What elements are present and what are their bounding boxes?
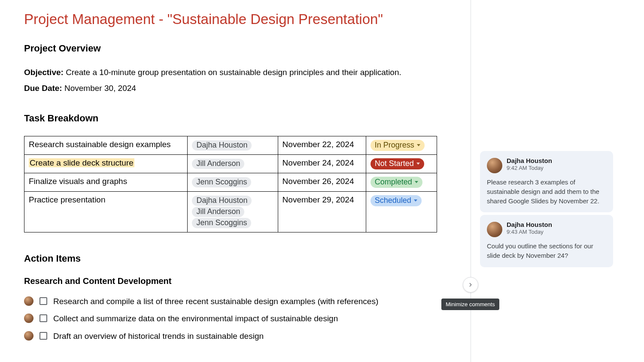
project-overview: Project Overview Objective: Create a 10-… <box>24 43 440 95</box>
action-item-text[interactable]: Collect and summarize data on the enviro… <box>53 313 338 325</box>
status-label: Completed <box>375 178 412 187</box>
action-subheading: Research and Content Development <box>24 276 440 286</box>
comment-header: Dajha Houston9:43 AM Today <box>487 221 606 237</box>
overview-heading: Project Overview <box>24 43 440 54</box>
document-body: Project Management - "Sustainable Design… <box>0 0 464 342</box>
due-label: Due Date: <box>24 84 64 93</box>
comment-time: 9:43 AM Today <box>507 229 552 235</box>
checkbox[interactable] <box>39 297 47 305</box>
status-cell[interactable]: Completed <box>366 173 437 191</box>
table-row: Research sustainable design examplesDajh… <box>24 136 437 154</box>
comment-card[interactable]: Dajha Houston9:42 AM TodayPlease researc… <box>480 151 613 212</box>
date-cell[interactable]: November 29, 2024 <box>278 191 366 232</box>
person-chip[interactable]: Dajha Houston <box>192 196 252 206</box>
table-row: Create a slide deck structureJill Anders… <box>24 154 437 173</box>
table-row: Practice presentationDajha HoustonJill A… <box>24 191 437 232</box>
assignee-cell[interactable]: Jenn Scoggins <box>188 173 278 191</box>
status-cell[interactable]: Not Started <box>366 154 437 173</box>
objective-label: Objective: <box>24 68 66 77</box>
caret-down-icon <box>417 144 420 146</box>
comment-author: Dajha Houston <box>507 221 552 228</box>
list-item: Collect and summarize data on the enviro… <box>24 313 440 325</box>
action-items-list: Research and compile a list of three rec… <box>24 296 440 343</box>
highlighted-text: Create a slide deck structure <box>29 158 134 167</box>
status-chip[interactable]: Scheduled <box>371 195 422 206</box>
caret-down-icon <box>416 163 420 165</box>
task-cell[interactable]: Practice presentation <box>24 191 188 232</box>
due-date-line: Due Date: November 30, 2024 <box>24 82 440 94</box>
person-chip[interactable]: Jenn Scoggins <box>192 177 251 187</box>
date-cell[interactable]: November 26, 2024 <box>278 173 366 191</box>
date-cell[interactable]: November 22, 2024 <box>278 136 366 154</box>
status-chip[interactable]: Not Started <box>371 158 424 169</box>
task-cell[interactable]: Finalize visuals and graphs <box>24 173 188 191</box>
list-item: Research and compile a list of three rec… <box>24 296 440 308</box>
comment-card[interactable]: Dajha Houston9:43 AM TodayCould you outl… <box>480 215 613 267</box>
comments-panel: Dajha Houston9:42 AM TodayPlease researc… <box>480 151 613 270</box>
due-text: November 30, 2024 <box>64 84 136 93</box>
assignee-cell[interactable]: Dajha Houston <box>188 136 278 154</box>
status-chip[interactable]: Completed <box>371 177 422 188</box>
assignee-avatar[interactable] <box>24 296 33 306</box>
status-chip[interactable]: In Progress <box>371 140 425 151</box>
assignee-avatar[interactable] <box>24 331 33 341</box>
comment-time: 9:42 AM Today <box>507 165 552 171</box>
objective-text: Create a 10-minute group presentation on… <box>66 68 401 77</box>
minimize-comments-button[interactable] <box>463 277 478 293</box>
action-heading: Action Items <box>24 253 440 264</box>
person-chip[interactable]: Dajha Houston <box>192 140 252 151</box>
tasks-heading: Task Breakdown <box>24 113 440 124</box>
status-cell[interactable]: Scheduled <box>366 191 437 232</box>
status-label: Not Started <box>375 159 414 168</box>
status-label: Scheduled <box>375 196 411 205</box>
tasks-table: Research sustainable design examplesDajh… <box>24 136 437 232</box>
comment-avatar[interactable] <box>487 222 502 237</box>
tooltip: Minimize comments <box>441 299 499 310</box>
caret-down-icon <box>414 199 417 202</box>
comment-author: Dajha Houston <box>507 157 552 164</box>
status-label: In Progress <box>375 141 414 150</box>
comment-avatar[interactable] <box>487 158 502 173</box>
person-chip[interactable]: Jenn Scoggins <box>192 218 251 228</box>
checkbox[interactable] <box>39 332 47 340</box>
person-chip[interactable]: Jill Anderson <box>192 159 244 169</box>
assignee-cell[interactable]: Jill Anderson <box>188 154 278 173</box>
status-cell[interactable]: In Progress <box>366 136 437 154</box>
person-chip[interactable]: Jill Anderson <box>192 207 244 217</box>
checkbox[interactable] <box>39 314 47 322</box>
list-item: Draft an overview of historical trends i… <box>24 330 440 343</box>
comment-body: Could you outline the sections for our s… <box>487 241 606 260</box>
comment-body: Please research 3 examples of sustainabl… <box>487 178 606 205</box>
table-row: Finalize visuals and graphsJenn Scoggins… <box>24 173 437 191</box>
date-cell[interactable]: November 24, 2024 <box>278 154 366 173</box>
action-item-text[interactable]: Research and compile a list of three rec… <box>53 296 378 308</box>
comment-header: Dajha Houston9:42 AM Today <box>487 157 606 173</box>
action-item-text[interactable]: Draft an overview of historical trends i… <box>53 330 264 343</box>
assignee-avatar[interactable] <box>24 314 33 323</box>
caret-down-icon <box>415 181 418 183</box>
task-cell[interactable]: Create a slide deck structure <box>24 154 188 173</box>
task-cell[interactable]: Research sustainable design examples <box>24 136 188 154</box>
assignee-cell[interactable]: Dajha HoustonJill AndersonJenn Scoggins <box>188 191 278 232</box>
chevron-right-icon <box>468 282 474 288</box>
objective-line: Objective: Create a 10-minute group pres… <box>24 66 440 78</box>
page-title: Project Management - "Sustainable Design… <box>24 11 440 27</box>
